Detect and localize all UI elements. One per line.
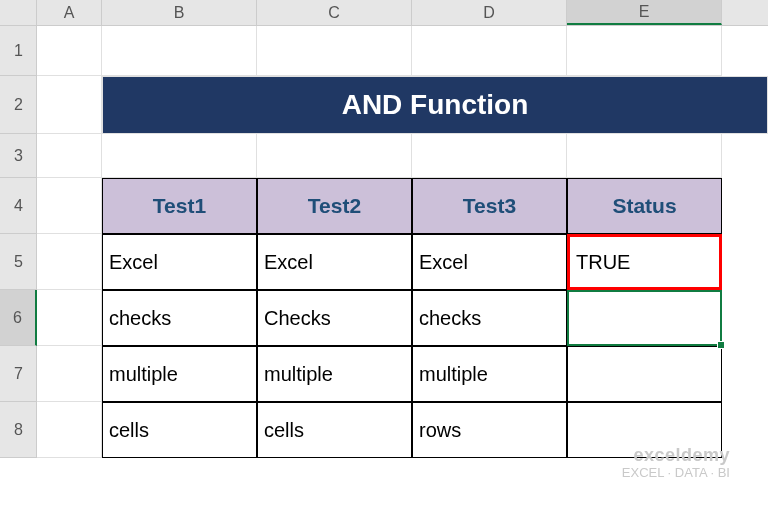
col-header-D[interactable]: D xyxy=(412,0,567,25)
cell-E3[interactable] xyxy=(567,134,722,178)
row-header-3[interactable]: 3 xyxy=(0,134,37,178)
title-cell[interactable]: AND Function xyxy=(102,76,768,134)
row-header-6[interactable]: 6 xyxy=(0,290,37,346)
watermark-tagline: EXCEL · DATA · BI xyxy=(622,466,730,480)
row-header-4[interactable]: 4 xyxy=(0,178,37,234)
fill-handle[interactable] xyxy=(717,341,725,349)
cell-A7[interactable] xyxy=(37,346,102,402)
col-header-E[interactable]: E xyxy=(567,0,722,25)
cell-B5[interactable]: Excel xyxy=(102,234,257,290)
cells-area: AND Function Test1 Test2 Test3 Status Ex… xyxy=(37,26,768,458)
cell-E1[interactable] xyxy=(567,26,722,76)
cell-B7[interactable]: multiple xyxy=(102,346,257,402)
cell-B8[interactable]: cells xyxy=(102,402,257,458)
header-test2[interactable]: Test2 xyxy=(257,178,412,234)
cell-D3[interactable] xyxy=(412,134,567,178)
column-headers: A B C D E xyxy=(0,0,768,26)
cell-E5[interactable]: TRUE xyxy=(567,234,722,290)
row-headers: 1 2 3 4 5 6 7 8 xyxy=(0,26,37,458)
cell-A2[interactable] xyxy=(37,76,102,134)
col-header-A[interactable]: A xyxy=(37,0,102,25)
cell-C3[interactable] xyxy=(257,134,412,178)
cell-C7[interactable]: multiple xyxy=(257,346,412,402)
cell-A5[interactable] xyxy=(37,234,102,290)
row-header-2[interactable]: 2 xyxy=(0,76,37,134)
cell-A1[interactable] xyxy=(37,26,102,76)
cell-B6[interactable]: checks xyxy=(102,290,257,346)
cell-D1[interactable] xyxy=(412,26,567,76)
col-header-B[interactable]: B xyxy=(102,0,257,25)
cell-D7[interactable]: multiple xyxy=(412,346,567,402)
header-status[interactable]: Status xyxy=(567,178,722,234)
cell-C1[interactable] xyxy=(257,26,412,76)
row-header-1[interactable]: 1 xyxy=(0,26,37,76)
cell-E7[interactable] xyxy=(567,346,722,402)
cell-C8[interactable]: cells xyxy=(257,402,412,458)
cell-D5[interactable]: Excel xyxy=(412,234,567,290)
watermark-brand: exceldemy xyxy=(622,446,730,466)
cell-A3[interactable] xyxy=(37,134,102,178)
title-text: AND Function xyxy=(342,89,529,121)
cell-D8[interactable]: rows xyxy=(412,402,567,458)
header-test3[interactable]: Test3 xyxy=(412,178,567,234)
cell-A6[interactable] xyxy=(37,290,102,346)
watermark: exceldemy EXCEL · DATA · BI xyxy=(622,446,730,480)
header-test1[interactable]: Test1 xyxy=(102,178,257,234)
cell-D6[interactable]: checks xyxy=(412,290,567,346)
row-header-8[interactable]: 8 xyxy=(0,402,37,458)
col-header-C[interactable]: C xyxy=(257,0,412,25)
spreadsheet-grid: A B C D E 1 2 3 4 5 6 7 8 AND Function xyxy=(0,0,768,514)
select-all-corner[interactable] xyxy=(0,0,37,25)
cell-B3[interactable] xyxy=(102,134,257,178)
cell-E6[interactable] xyxy=(567,290,722,346)
cell-A8[interactable] xyxy=(37,402,102,458)
cell-C5[interactable]: Excel xyxy=(257,234,412,290)
cell-A4[interactable] xyxy=(37,178,102,234)
row-header-5[interactable]: 5 xyxy=(0,234,37,290)
cell-B1[interactable] xyxy=(102,26,257,76)
row-header-7[interactable]: 7 xyxy=(0,346,37,402)
cell-C6[interactable]: Checks xyxy=(257,290,412,346)
